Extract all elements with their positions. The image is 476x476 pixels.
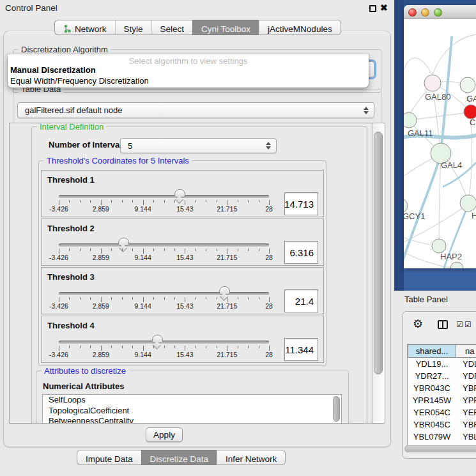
threshold-label: Threshold 4	[47, 321, 95, 330]
attribute-item[interactable]: TopologicalCoefficient	[43, 406, 341, 417]
threshold-label: Threshold 1	[47, 175, 95, 185]
algorithm-option[interactable]: Equal Width/Frequency Discretization	[10, 76, 149, 86]
tab-discretize-data[interactable]: Discretize Data	[141, 450, 217, 465]
network-node[interactable]	[432, 239, 446, 253]
threshold-panel: Threshold 1-3.4262.8599.14415.4321.71528…	[41, 170, 324, 217]
tick-label: 28	[265, 254, 273, 261]
cell-shared-name[interactable]: YBL079W	[408, 431, 456, 443]
network-canvas[interactable]: GAL80GACGAL11GAL4GCY1HHAP2	[404, 19, 476, 268]
checkbox-icon[interactable]: ☑	[456, 320, 463, 329]
network-graph: GAL80GACGAL11GAL4GCY1HHAP2	[404, 19, 476, 268]
attribute-item[interactable]: BetweennessCentrality	[43, 416, 341, 424]
tab-label: Impute Data	[86, 454, 133, 464]
tab-infer-network[interactable]: Infer Network	[217, 450, 286, 465]
network-node-label: HAP2	[440, 252, 462, 261]
slider-track[interactable]	[59, 292, 269, 295]
close-traffic-light-icon[interactable]	[408, 8, 417, 17]
tab-network[interactable]: Network	[54, 20, 115, 35]
cell-name[interactable]: YDL1	[456, 358, 476, 370]
network-node[interactable]	[464, 105, 476, 119]
tick-label: 21.715	[217, 205, 237, 213]
table-panel: ⚙ ☑ ☑ shared... na YDL19...YDL1YDR27...Y…	[402, 311, 476, 459]
cell-name[interactable]: YBR0	[456, 382, 476, 394]
cell-shared-name[interactable]: YBR045C	[408, 418, 456, 431]
tab-jactivemnodules[interactable]: jActiveMNodules	[259, 20, 341, 35]
cell-name[interactable]: YER0	[456, 406, 476, 418]
network-node-label: GAL11	[408, 128, 433, 138]
checkbox-icon[interactable]: ☑	[464, 320, 472, 329]
cell-shared-name[interactable]: YBR043C	[408, 382, 456, 394]
top-tab-bar: NetworkStyleSelectCyni ToolboxjActiveMNo…	[54, 20, 341, 35]
apply-button[interactable]: Apply	[146, 427, 183, 442]
algorithm-option[interactable]: Manual Discretization	[10, 65, 96, 75]
vertical-scrollbar-thumb[interactable]	[374, 132, 383, 374]
table-row[interactable]: YBR045CYBR0	[408, 418, 476, 431]
threshold-value-field[interactable]: 14.713	[284, 192, 318, 215]
slider-track[interactable]	[59, 341, 269, 344]
network-node-label: H	[472, 211, 476, 220]
tick-label: -3.426	[49, 254, 68, 261]
split-columns-icon[interactable]	[438, 320, 448, 329]
network-edge	[469, 119, 472, 202]
horizontal-scrollbar-thumb[interactable]	[404, 445, 476, 452]
threshold-value-field[interactable]: 11.344	[284, 338, 318, 361]
cell-name[interactable]: YDR2	[456, 370, 476, 382]
cell-name[interactable]: YPR1	[456, 394, 476, 406]
table-row[interactable]: YBL079WYBL0	[408, 431, 476, 443]
slider-ticks	[59, 200, 269, 205]
algorithm-popup: Select algorithm to view settings Manual…	[8, 54, 369, 88]
cell-shared-name[interactable]: YER054C	[408, 406, 456, 418]
slider-tick-labels: -3.4262.8599.14415.4321.71528	[59, 351, 269, 359]
tick-label: 21.715	[217, 254, 237, 261]
table-row[interactable]: YPR145WYPR1	[408, 394, 476, 406]
threshold-coordinates-legend: Threshold's Coordinates for 5 Intervals	[44, 156, 192, 165]
table-row[interactable]: YBR043CYBR0	[408, 382, 476, 394]
cell-shared-name[interactable]: YDR27...	[408, 370, 456, 382]
table-body: YDL19...YDL1YDR27...YDR2YBR043CYBR0YPR14…	[408, 358, 476, 446]
threshold-label: Threshold 3	[47, 272, 95, 282]
network-node[interactable]	[404, 199, 408, 213]
network-node[interactable]	[450, 262, 463, 268]
tab-style[interactable]: Style	[115, 20, 151, 35]
cyni-toolbox-panel: Discretization Algorithm Table Data galF…	[3, 31, 391, 447]
close-icon[interactable]: ✖	[380, 3, 388, 13]
attribute-item[interactable]: SelfLoops	[43, 395, 341, 406]
network-view-window[interactable]: GAL80GACGAL11GAL4GCY1HHAP2	[404, 5, 476, 268]
number-of-intervals-combobox[interactable]: 5	[120, 138, 277, 153]
network-node[interactable]	[424, 75, 441, 91]
table-row[interactable]: YDL19...YDL1	[408, 358, 476, 370]
slider-track[interactable]	[59, 195, 269, 198]
attributes-group: Attributes to discretize Numerical Attri…	[36, 371, 349, 424]
column-header-name[interactable]: na	[456, 344, 476, 358]
float-window-icon[interactable]	[369, 5, 376, 12]
numerical-attributes-list[interactable]: SelfLoopsTopologicalCoefficientBetweenne…	[42, 394, 342, 424]
threshold-value-field[interactable]: 21.4	[284, 289, 318, 312]
tab-impute-data[interactable]: Impute Data	[77, 450, 141, 465]
cell-name[interactable]: YBL0	[456, 431, 476, 443]
tick-label: 15.43	[176, 254, 193, 261]
table-data-combobox[interactable]: galFiltered.sif default node	[17, 102, 374, 118]
cell-shared-name[interactable]: YPR145W	[408, 394, 456, 406]
threshold-panel: Threshold 2-3.4262.8599.14415.4321.71528…	[41, 219, 324, 266]
network-node[interactable]	[460, 195, 476, 211]
threshold-value-field[interactable]: 6.316	[284, 241, 318, 264]
gear-icon[interactable]: ⚙	[413, 317, 423, 331]
table-row[interactable]: YER054CYER0	[408, 406, 476, 418]
list-scrollbar-thumb[interactable]	[333, 396, 340, 422]
slider-ticks	[59, 297, 269, 302]
table-row[interactable]: YDR27...YDR2	[408, 370, 476, 382]
vertical-scrollbar[interactable]	[372, 123, 385, 423]
tab-cyni-toolbox[interactable]: Cyni Toolbox	[192, 20, 259, 35]
node-table[interactable]: shared... na YDL19...YDL1YDR27...YDR2YBR…	[407, 344, 476, 446]
bottom-tab-bar: Impute DataDiscretize DataInfer Network	[77, 450, 286, 465]
network-node[interactable]	[460, 77, 475, 93]
zoom-traffic-light-icon[interactable]	[434, 8, 442, 17]
cell-shared-name[interactable]: YDL19...	[408, 358, 456, 370]
column-header-shared-name[interactable]: shared...	[408, 344, 456, 358]
network-window-titlebar[interactable]	[404, 5, 476, 19]
tab-select[interactable]: Select	[151, 20, 193, 35]
network-node[interactable]	[404, 112, 417, 128]
cell-name[interactable]: YBR0	[456, 418, 476, 431]
slider-track[interactable]	[59, 243, 269, 247]
minimize-traffic-light-icon[interactable]	[421, 8, 429, 17]
